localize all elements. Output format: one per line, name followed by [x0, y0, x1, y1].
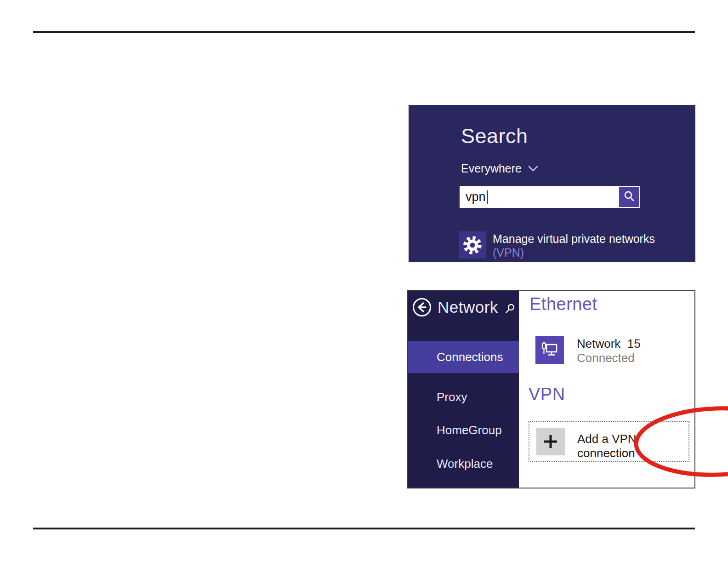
magnifier-icon — [623, 190, 636, 204]
sidebar-item-label: Proxy — [437, 390, 467, 404]
network-main-area: Ethernet Network 15 Connected — [519, 291, 694, 488]
search-result-subtitle: (VPN) — [493, 246, 655, 259]
sidebar-item-proxy[interactable]: Proxy — [408, 381, 519, 413]
gear-icon — [459, 231, 486, 259]
vpn-heading: VPN — [529, 385, 565, 404]
network-settings-panel: Network Connections Proxy HomeGroup Work… — [407, 290, 695, 488]
footer-rule — [33, 528, 695, 529]
sidebar-item-homegroup[interactable]: HomeGroup — [408, 414, 519, 446]
search-result-title: Manage virtual private networks — [493, 232, 655, 246]
search-panel-title: Search — [461, 124, 528, 148]
network-panel-title: Network — [438, 298, 498, 316]
search-input[interactable]: vpn — [460, 186, 640, 208]
header-rule — [33, 31, 695, 33]
chevron-down-icon — [528, 164, 538, 174]
sidebar-item-connections[interactable]: Connections — [408, 341, 519, 373]
sidebar-item-workplace[interactable]: Workplace — [408, 448, 519, 480]
sidebar-item-label: Workplace — [437, 457, 493, 471]
back-arrow-icon[interactable] — [412, 297, 432, 317]
search-charm-panel: Search Everywhere vpn — [409, 105, 695, 262]
document-page: Search Everywhere vpn — [0, 0, 728, 563]
search-result-text: Manage virtual private networks (VPN) — [493, 231, 655, 259]
sidebar-item-label: Connections — [437, 350, 503, 364]
add-vpn-connection-button[interactable]: Add a VPN connection — [529, 421, 689, 462]
magnifier-icon[interactable] — [505, 303, 516, 314]
network-name: Network 15 — [577, 337, 641, 351]
search-result-item[interactable]: Manage virtual private networks (VPN) — [459, 231, 655, 259]
plus-icon — [536, 428, 565, 455]
search-input-text: vpn — [460, 186, 619, 208]
network-sidebar-header: Network — [412, 297, 516, 317]
ethernet-icon — [535, 336, 564, 364]
ethernet-heading: Ethernet — [529, 294, 597, 314]
ethernet-item-text: Network 15 Connected — [577, 336, 641, 365]
add-vpn-label: Add a VPN connection — [577, 432, 688, 460]
search-scope-dropdown[interactable]: Everywhere — [461, 162, 538, 175]
text-cursor — [487, 190, 488, 204]
ethernet-connection-item[interactable]: Network 15 Connected — [535, 336, 641, 365]
search-submit-button[interactable] — [619, 187, 639, 207]
sidebar-item-label: HomeGroup — [437, 423, 502, 437]
search-scope-label: Everywhere — [461, 162, 522, 175]
network-status: Connected — [577, 351, 641, 365]
network-sidebar: Network Connections Proxy HomeGroup Work… — [408, 291, 519, 488]
